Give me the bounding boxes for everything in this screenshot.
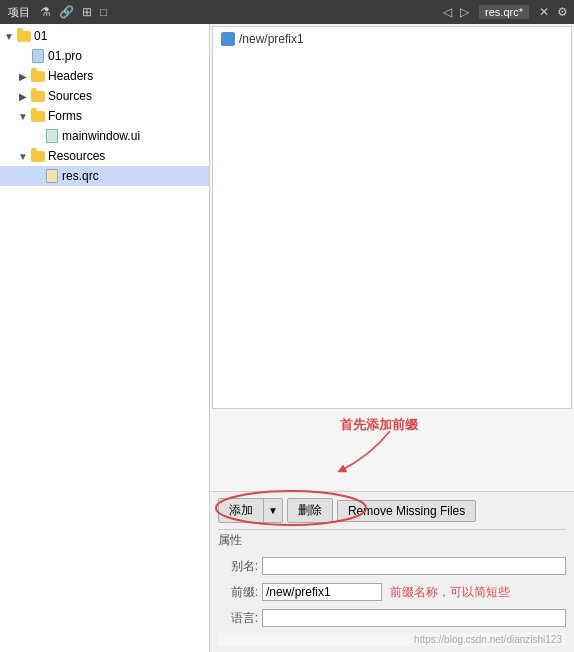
- tree-item-forms[interactable]: ▼ Forms: [0, 106, 209, 126]
- tree-label-forms: Forms: [48, 109, 82, 123]
- file-icon-ui: [44, 129, 60, 143]
- prefix-label-form: 前缀:: [218, 584, 258, 601]
- delete-button[interactable]: 删除: [287, 498, 333, 523]
- folder-icon-headers: [30, 69, 46, 83]
- lang-label: 语言:: [218, 610, 258, 627]
- tree-label-resqrc: res.qrc: [62, 169, 99, 183]
- arrow-resources: ▼: [16, 151, 30, 162]
- tree-item-headers[interactable]: ▶ Headers: [0, 66, 209, 86]
- tree-label-headers: Headers: [48, 69, 93, 83]
- left-panel: ▼ 01 01.pro ▶ Headers: [0, 24, 210, 652]
- add-dropdown-arrow[interactable]: ▼: [263, 499, 282, 522]
- remove-icon[interactable]: □: [98, 5, 109, 19]
- prefix-input[interactable]: [262, 583, 382, 601]
- tree-item-01[interactable]: ▼ 01: [0, 26, 209, 46]
- prefix-label: /new/prefix1: [239, 32, 304, 46]
- file-icon-pro: [30, 49, 46, 63]
- arrow-forms: ▼: [16, 111, 30, 122]
- action-buttons-row: 添加 ▼ 删除 Remove Missing Files: [218, 498, 566, 523]
- arrow-sources: ▶: [16, 91, 30, 102]
- tree-item-pro[interactable]: 01.pro: [0, 46, 209, 66]
- main-area: ▼ 01 01.pro ▶ Headers: [0, 24, 574, 652]
- right-panel: /new/prefix1 首先添加前缀: [210, 24, 574, 652]
- annotation-area: 首先添加前缀: [210, 411, 574, 491]
- tree-label-resources: Resources: [48, 149, 105, 163]
- tree-item-resources[interactable]: ▼ Resources: [0, 146, 209, 166]
- alias-label: 别名:: [218, 558, 258, 575]
- url-bar: https://blog.csdn.net/dianzishi123: [218, 633, 566, 646]
- resource-item-prefix1[interactable]: /new/prefix1: [213, 29, 571, 49]
- tree-label-pro: 01.pro: [48, 49, 82, 63]
- alias-input[interactable]: [262, 557, 566, 575]
- tab-label: res.qrc*: [479, 5, 529, 19]
- folder-icon-01: [16, 29, 32, 43]
- tree-item-sources[interactable]: ▶ Sources: [0, 86, 209, 106]
- arrow-01: ▼: [2, 31, 16, 42]
- lang-row: 语言:: [218, 607, 566, 629]
- filter-icon[interactable]: ⚗: [38, 5, 53, 19]
- add-button[interactable]: 添加: [219, 499, 263, 522]
- properties-label: 属性: [218, 529, 566, 551]
- file-icon-qrc: [44, 169, 60, 183]
- settings-icon[interactable]: ⚙: [555, 5, 570, 19]
- tree-label-mainwindow: mainwindow.ui: [62, 129, 140, 143]
- folder-icon-forms: [30, 109, 46, 123]
- tree-label-sources: Sources: [48, 89, 92, 103]
- bottom-toolbar: 添加 ▼ 删除 Remove Missing Files 属性 别名:: [210, 491, 574, 652]
- forward-icon[interactable]: ▷: [458, 5, 471, 19]
- prefix-row: 前缀: 前缀名称，可以简短些: [218, 581, 566, 603]
- folder-icon-resources: [30, 149, 46, 163]
- toolbar-title: 项目: [4, 5, 34, 20]
- tree-label-01: 01: [34, 29, 47, 43]
- folder-icon-sources: [30, 89, 46, 103]
- top-toolbar: 项目 ⚗ 🔗 ⊞ □ ◁ ▷ res.qrc* ✕ ⚙: [0, 0, 574, 24]
- prefix-annotation: 前缀名称，可以简短些: [390, 584, 510, 601]
- prefix-icon: [221, 32, 235, 46]
- add-icon[interactable]: ⊞: [80, 5, 94, 19]
- remove-missing-button[interactable]: Remove Missing Files: [337, 500, 476, 522]
- alias-row: 别名:: [218, 555, 566, 577]
- tree-item-mainwindow[interactable]: mainwindow.ui: [0, 126, 209, 146]
- arrow-headers: ▶: [16, 71, 30, 82]
- resource-tree: /new/prefix1: [212, 26, 572, 409]
- back-icon[interactable]: ◁: [441, 5, 454, 19]
- close-tab-icon[interactable]: ✕: [537, 5, 551, 19]
- button-row-container: 添加 ▼ 删除 Remove Missing Files: [218, 498, 566, 523]
- link-icon[interactable]: 🔗: [57, 5, 76, 19]
- project-tree: ▼ 01 01.pro ▶ Headers: [0, 24, 209, 652]
- tree-item-resqrc[interactable]: res.qrc: [0, 166, 209, 186]
- add-split-button[interactable]: 添加 ▼: [218, 498, 283, 523]
- annotation-arrow-svg: [290, 426, 410, 481]
- lang-input[interactable]: [262, 609, 566, 627]
- main-window: 项目 ⚗ 🔗 ⊞ □ ◁ ▷ res.qrc* ✕ ⚙ ▼ 01: [0, 0, 574, 652]
